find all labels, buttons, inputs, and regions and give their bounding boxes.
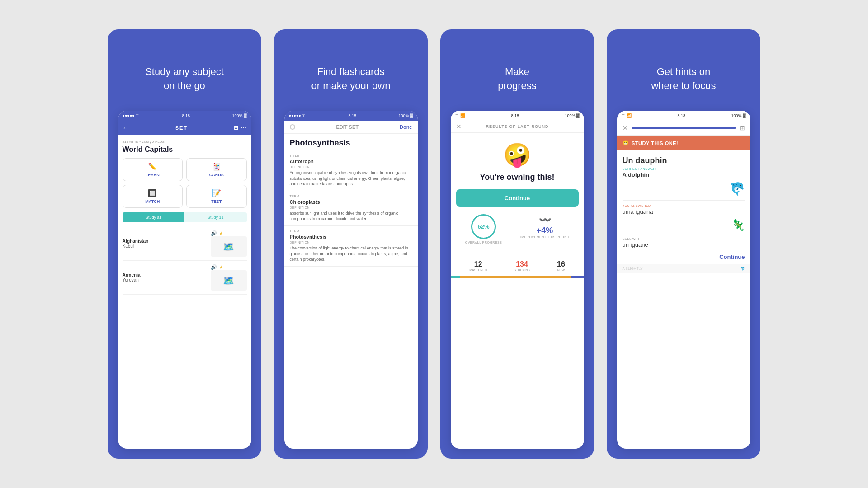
correct-answer-label: CORRECT ANSWER — [617, 167, 750, 171]
sound-icon-1: 🔊 — [211, 230, 217, 236]
fc-term-1: Autotroph — [290, 159, 412, 164]
flashcard-item-3: TERM Photosynthesis DEFINITION The conve… — [284, 226, 418, 267]
correct-answer-text: A dolphin — [617, 171, 750, 182]
back-icon-1: ← — [123, 124, 129, 131]
vocab-icons-1: 🔊 ★ — [211, 230, 247, 236]
phone-mockup-3: 〒 📶 8:18 100% ▓ ✕ RESULTS OF LAST ROUND … — [451, 111, 584, 449]
cards-button[interactable]: 🃏 CARDS — [186, 158, 247, 181]
learn-button[interactable]: ✏️ LEARN — [123, 158, 183, 181]
vocab-def-2: Yerevan — [123, 277, 141, 282]
feature-title-2: Find flashcards or make your own — [293, 29, 409, 111]
goes-with-label: GOES WITH — [617, 235, 750, 241]
status-bar-2: ●●●●● 〒 8:18 100% ▓ — [284, 111, 418, 121]
footer-label-4: A SLIGHTLY — [623, 267, 643, 271]
vocab-right-1: 🔊 ★ 🗺️ — [211, 230, 247, 257]
vocab-def-1: Kabul — [123, 244, 149, 249]
status-time-3: 8:18 — [511, 113, 519, 118]
phone2-header: EDIT SET Done — [284, 121, 418, 134]
vocab-term-2: Armenia — [123, 272, 141, 277]
study-this-emoji: 😬 — [623, 140, 629, 146]
new-item: 16 NEW — [557, 260, 565, 272]
mastered-num: 12 — [469, 260, 487, 268]
you-answered-text: uma iguana — [617, 208, 750, 219]
study-this-banner: 😬 STUDY THIS ONE! — [617, 136, 750, 150]
phone-mockup-1: ●●●●● 〒 8:18 100% ▓ ← SET ⊞ ··· 219 term… — [118, 111, 251, 449]
status-bar-1: ●●●●● 〒 8:18 100% ▓ — [118, 111, 251, 121]
studying-label: STUDYING — [514, 268, 530, 272]
goes-with-text: un iguane — [617, 241, 750, 252]
feature-card-study: Study any subject on the go ●●●●● 〒 8:18… — [108, 29, 261, 459]
test-button[interactable]: 📝 TEST — [186, 185, 247, 208]
feature-card-progress: Make progress 〒 📶 8:18 100% ▓ ✕ RESULTS … — [440, 29, 594, 459]
vocab-map-1: 🗺️ — [211, 236, 247, 257]
battery-4: 100% ▓ — [731, 113, 745, 118]
status-dots-1: ●●●●● 〒 — [123, 113, 140, 119]
pb-orange — [460, 276, 571, 278]
flashcard-set-title: Photosynthesis — [284, 134, 418, 150]
study-missed-button[interactable]: Study 11 — [184, 212, 247, 222]
mastered-stats: 12 MASTERED 134 STUDYING 16 NEW — [451, 256, 584, 276]
progress-bar-bottom — [451, 276, 584, 278]
status-signal-3: 〒 📶 — [455, 113, 466, 119]
status-time-4: 8:18 — [677, 113, 685, 118]
dolphin-icon: 🐬 — [729, 182, 745, 197]
iguana-icon: 🦎 — [731, 219, 745, 231]
status-time-2: 8:18 — [349, 113, 357, 118]
test-label: TEST — [211, 199, 222, 204]
done-button[interactable]: Done — [400, 124, 412, 130]
fc-def-label-2: DEFINITION — [290, 206, 412, 209]
fc-title-label: TITLE — [290, 154, 412, 157]
vocab-term-1: Afghanistan — [123, 239, 149, 244]
sound-icon-2: 🔊 — [211, 264, 217, 270]
close-button-3[interactable]: ✕ — [456, 123, 462, 130]
feature-title-3: Make progress — [480, 29, 555, 111]
feature-title-1: Study any subject on the go — [127, 29, 242, 111]
vocab-right-2: 🔊 ★ 🗺️ — [211, 264, 247, 291]
continue-button-3[interactable]: Continue — [456, 189, 579, 207]
fc-def-label-1: DEFINITION — [290, 165, 412, 169]
round-title: RESULTS OF LAST ROUND — [486, 124, 549, 129]
hint-word: Un dauphin — [617, 150, 750, 167]
phone4-header: ✕ ⊞ — [617, 121, 750, 136]
vocab-left-1: Afghanistan Kabul — [123, 239, 149, 249]
phone-content-1: 219 terms • valory∪ PLUS World Capitals … — [118, 135, 251, 299]
studying-item: 134 STUDYING — [514, 260, 530, 272]
you-answered-label: YOU ANSWERED — [617, 201, 750, 208]
overall-circle: 62% — [471, 214, 496, 239]
learn-icon: ✏️ — [127, 162, 179, 171]
circle-icon — [290, 124, 295, 130]
features-container: Study any subject on the go ●●●●● 〒 8:18… — [90, 11, 778, 477]
vocab-left-2: Armenia Yerevan — [123, 272, 141, 282]
hint-content: 😬 STUDY THIS ONE! Un dauphin CORRECT ANS… — [617, 136, 750, 264]
grid-icon-4: ⊞ — [740, 124, 745, 131]
fc-def-2: absorbs sunlight and uses it to drive th… — [290, 211, 412, 222]
fc-term-3: Photosynthesis — [290, 234, 412, 239]
dolphin-image: 🐬 — [617, 182, 750, 200]
close-button-4[interactable]: ✕ — [623, 124, 628, 131]
study-all-bar: Study all Study 11 — [123, 212, 247, 222]
match-button[interactable]: 🔲 MATCH — [123, 185, 183, 208]
footer-icon-4: 🐬 — [741, 267, 745, 271]
pb-green — [451, 276, 461, 278]
progress-bar-header — [632, 127, 736, 129]
star-icon-1: ★ — [219, 230, 223, 236]
new-label: NEW — [557, 268, 565, 272]
vocab-item-1: Afghanistan Kabul 🔊 ★ 🗺️ — [123, 227, 247, 261]
header-set-label: SET — [175, 125, 188, 131]
improvement-num: +4% — [520, 226, 569, 235]
phone1-header: ← SET ⊞ ··· — [118, 121, 251, 135]
improvement-label: IMPROVEMENT THIS ROUND — [520, 235, 569, 239]
new-num: 16 — [557, 260, 565, 268]
continue-hint-button[interactable]: Continue — [617, 252, 750, 264]
study-all-button[interactable]: Study all — [123, 212, 185, 222]
header-icons-1: ⊞ ··· — [234, 125, 246, 131]
phone4-footer: A SLIGHTLY 🐬 — [617, 264, 750, 273]
fc-term-2: Chloroplasts — [290, 199, 412, 205]
status-time-1: 8:18 — [182, 113, 190, 118]
status-dots-2: ●●●●● 〒 — [289, 113, 307, 119]
vocab-item-2: Armenia Yerevan 🔊 ★ 🗺️ — [123, 261, 247, 295]
iguana-image: 🦎 — [617, 219, 750, 235]
vocab-icons-2: 🔊 ★ — [211, 264, 247, 270]
status-signal-4: 〒 📶 — [622, 113, 632, 119]
mastered-label: MASTERED — [469, 268, 487, 272]
